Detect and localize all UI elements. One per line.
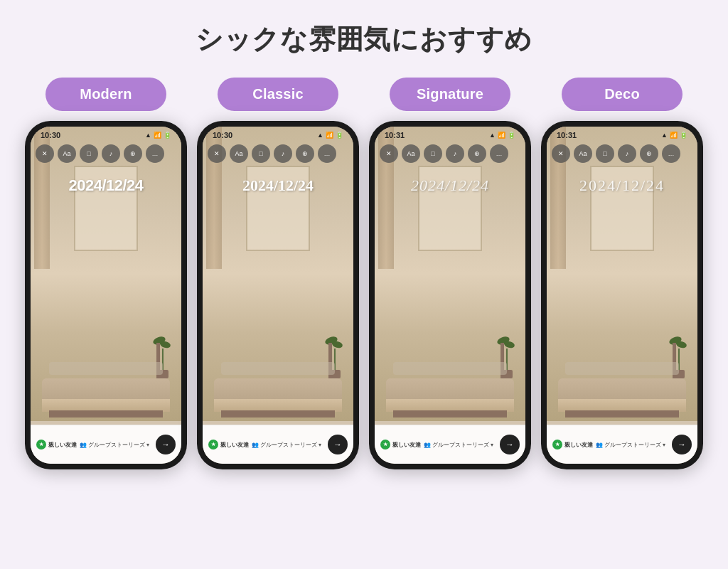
phone-col-deco: Deco 10:31 ▲ 📶 🔋 ✕ Aa □ ♪ ⊕ … [541,78,703,469]
friend-btn-classic[interactable]: ★ 親しい友達 [208,440,249,450]
status-bar-modern: 10:30 ▲ 📶 🔋 [31,127,181,141]
status-time-deco: 10:31 [557,131,577,139]
group-btn-deco[interactable]: 👥 グループストーリーズ ▾ [596,441,665,449]
sofa-classic [214,375,342,418]
phone-screen-classic: 10:30 ▲ 📶 🔋 ✕ Aa □ ♪ ⊕ … [203,127,353,464]
share-bar-deco: ★ 親しい友達 👥 グループストーリーズ ▾ → [547,425,697,464]
friend-label-deco: 親しい友達 [564,441,593,449]
group-btn-modern[interactable]: 👥 グループストーリーズ ▾ [80,441,149,449]
phone-frame-deco: 10:31 ▲ 📶 🔋 ✕ Aa □ ♪ ⊕ … [541,121,703,469]
close-btn-deco[interactable]: ✕ [552,144,570,163]
sofa-signature [386,375,514,418]
star-icon-deco: ★ [552,440,562,450]
phones-container: Modern 10:30 ▲ 📶 🔋 ✕ Aa □ ♪ ⊕ … [25,78,703,469]
phone-screen-signature: 10:31 ▲ 📶 🔋 ✕ Aa □ ♪ ⊕ … [375,127,525,464]
group-label-deco: グループストーリーズ [604,441,661,449]
friend-btn-deco[interactable]: ★ 親しい友達 [552,440,593,450]
close-btn-modern[interactable]: ✕ [36,144,54,163]
tool-text-modern[interactable]: Aa [58,144,76,163]
tool-text-deco[interactable]: Aa [574,144,592,163]
chevron-signature: ▾ [491,442,493,448]
sofa-modern [42,375,170,418]
status-bar-classic: 10:30 ▲ 📶 🔋 [203,127,353,141]
chevron-modern: ▾ [146,442,149,448]
status-bar-signature: 10:31 ▲ 📶 🔋 [375,127,525,141]
phone-frame-modern: 10:30 ▲ 📶 🔋 ✕ Aa □ ♪ ⊕ … [25,121,187,469]
star-icon-signature: ★ [380,440,390,450]
friend-label-classic: 親しい友達 [220,441,249,449]
status-time-modern: 10:30 [41,131,60,139]
phone-col-modern: Modern 10:30 ▲ 📶 🔋 ✕ Aa □ ♪ ⊕ … [25,78,187,469]
style-badge-classic[interactable]: Classic [218,78,338,111]
toolbar-signature: ✕ Aa □ ♪ ⊕ … [375,142,525,165]
chevron-deco: ▾ [663,442,665,448]
tool-add-classic[interactable]: ⊕ [296,144,314,163]
group-label-signature: グループストーリーズ [432,441,489,449]
rug-signature [393,362,507,375]
star-icon-classic: ★ [208,440,218,450]
date-text-deco: 2024/12/24 [579,176,665,194]
go-btn-signature[interactable]: → [500,435,520,454]
status-time-signature: 10:31 [385,131,405,139]
rug-deco [565,362,679,375]
group-btn-signature[interactable]: 👥 グループストーリーズ ▾ [424,441,493,449]
style-badge-modern[interactable]: Modern [46,78,166,111]
close-btn-classic[interactable]: ✕ [208,144,226,163]
close-btn-signature[interactable]: ✕ [380,144,398,163]
group-btn-classic[interactable]: 👥 グループストーリーズ ▾ [252,441,321,449]
tool-sticker-classic[interactable]: □ [252,144,270,163]
date-overlay-deco: 2024/12/24 [547,176,697,195]
style-badge-signature[interactable]: Signature [390,78,510,111]
group-label-modern: グループストーリーズ [88,441,145,449]
group-icon-classic: 👥 [252,442,259,448]
tool-sticker-signature[interactable]: □ [424,144,442,163]
date-text-modern: 2024/12/24 [68,176,143,194]
star-icon-modern: ★ [36,440,46,450]
room-bg-modern [31,127,181,421]
group-icon-signature: 👥 [424,442,431,448]
date-text-signature: 2024/12/24 [411,176,489,194]
tool-music-classic[interactable]: ♪ [274,144,292,163]
chevron-classic: ▾ [318,442,321,448]
tool-more-classic[interactable]: … [318,144,336,163]
friend-btn-modern[interactable]: ★ 親しい友達 [36,440,77,450]
tool-music-deco[interactable]: ♪ [618,144,636,163]
date-overlay-modern: 2024/12/24 [31,176,181,195]
page-title: シックな雰囲気におすすめ [196,21,532,58]
tool-sticker-deco[interactable]: □ [596,144,614,163]
room-bg-deco [547,127,697,421]
status-icons-deco: ▲ 📶 🔋 [661,132,687,139]
style-badge-deco[interactable]: Deco [562,78,682,111]
status-icons-modern: ▲ 📶 🔋 [145,132,171,139]
room-bg-signature [375,127,525,421]
phone-frame-signature: 10:31 ▲ 📶 🔋 ✕ Aa □ ♪ ⊕ … [369,121,531,469]
tool-text-signature[interactable]: Aa [402,144,420,163]
status-icons-classic: ▲ 📶 🔋 [317,132,343,139]
date-text-classic: 2024/12/24 [242,176,314,194]
tool-more-signature[interactable]: … [490,144,508,163]
phone-screen-modern: 10:30 ▲ 📶 🔋 ✕ Aa □ ♪ ⊕ … [31,127,181,464]
tool-more-modern[interactable]: … [146,144,164,163]
tool-add-signature[interactable]: ⊕ [468,144,486,163]
go-btn-modern[interactable]: → [156,435,176,454]
status-time-classic: 10:30 [213,131,232,139]
tool-text-classic[interactable]: Aa [230,144,248,163]
tool-sticker-modern[interactable]: □ [80,144,98,163]
tool-music-signature[interactable]: ♪ [446,144,464,163]
go-btn-deco[interactable]: → [672,435,692,454]
share-bar-signature: ★ 親しい友達 👥 グループストーリーズ ▾ → [375,425,525,464]
tool-music-modern[interactable]: ♪ [102,144,120,163]
rug-modern [49,362,163,375]
toolbar-classic: ✕ Aa □ ♪ ⊕ … [203,142,353,165]
phone-frame-classic: 10:30 ▲ 📶 🔋 ✕ Aa □ ♪ ⊕ … [197,121,359,469]
rug-classic [221,362,335,375]
sofa-deco [558,375,686,418]
go-btn-classic[interactable]: → [328,435,348,454]
tool-more-deco[interactable]: … [662,144,680,163]
share-bar-classic: ★ 親しい友達 👥 グループストーリーズ ▾ → [203,425,353,464]
tool-add-modern[interactable]: ⊕ [124,144,142,163]
date-overlay-classic: 2024/12/24 [203,176,353,195]
friend-btn-signature[interactable]: ★ 親しい友達 [380,440,421,450]
tool-add-deco[interactable]: ⊕ [640,144,658,163]
status-bar-deco: 10:31 ▲ 📶 🔋 [547,127,697,141]
